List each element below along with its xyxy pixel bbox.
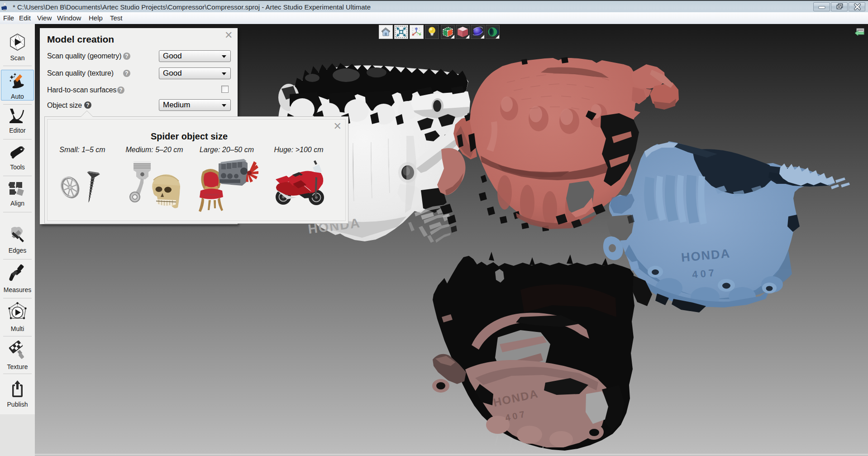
svg-text:407: 407	[692, 267, 717, 280]
